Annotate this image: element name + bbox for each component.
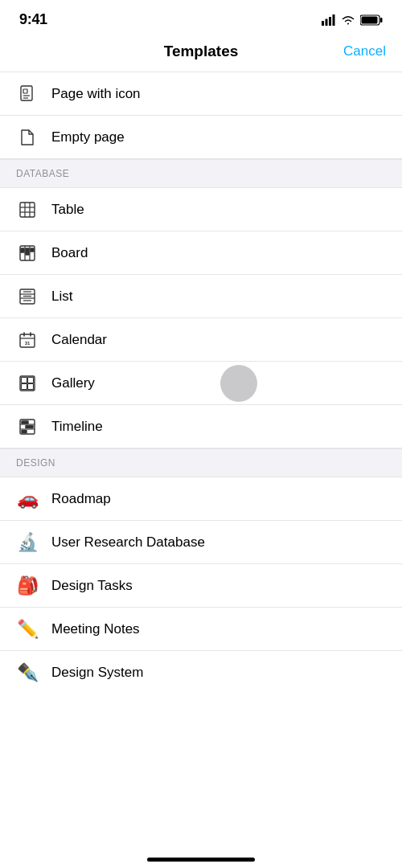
status-time: 9:41: [19, 11, 47, 28]
item-label: Gallery: [51, 375, 95, 391]
item-label: User Research Database: [51, 534, 205, 551]
item-label: Meeting Notes: [51, 621, 140, 637]
item-label: Table: [51, 202, 84, 218]
wifi-icon: [341, 14, 355, 26]
design-section-header: DESIGN: [0, 448, 402, 477]
section-label: DESIGN: [16, 457, 55, 469]
database-section-header: DATABASE: [0, 159, 402, 188]
list-item-design-system[interactable]: ✒️ Design System: [0, 651, 402, 694]
item-label: Timeline: [51, 419, 103, 435]
home-indicator: [147, 858, 255, 862]
page-title: Templates: [64, 43, 338, 60]
list-item-page-with-icon[interactable]: Page with icon: [0, 72, 402, 116]
svg-rect-1: [326, 18, 328, 26]
touch-ripple: [220, 365, 257, 402]
list-item-board[interactable]: Board: [0, 231, 402, 275]
svg-rect-6: [362, 16, 378, 23]
list-item-roadmap[interactable]: 🚗 Roadmap: [0, 477, 402, 521]
battery-icon: [360, 14, 383, 26]
svg-rect-36: [22, 383, 27, 389]
table-icon: [16, 199, 39, 221]
empty-page-icon: [16, 126, 39, 149]
list-item-meeting-notes[interactable]: ✏️ Meeting Notes: [0, 608, 402, 651]
list-item-empty-page[interactable]: Empty page: [0, 116, 402, 159]
item-label: Design System: [51, 665, 143, 681]
roadmap-emoji-icon: 🚗: [16, 488, 39, 510]
svg-rect-19: [21, 248, 24, 252]
svg-rect-11: [20, 203, 35, 217]
page-icon: [16, 83, 39, 105]
svg-rect-21: [31, 248, 34, 252]
list-item-gallery[interactable]: Gallery: [0, 362, 402, 405]
svg-text:31: 31: [25, 341, 31, 346]
signal-icon: [322, 14, 336, 26]
item-label: Board: [51, 245, 88, 261]
svg-rect-37: [28, 383, 34, 389]
board-icon: [16, 242, 39, 264]
svg-rect-0: [322, 21, 324, 26]
svg-rect-20: [26, 248, 29, 255]
gallery-icon: [16, 372, 39, 395]
user-research-emoji-icon: 🔬: [16, 531, 39, 554]
svg-rect-41: [22, 421, 28, 424]
item-label: Page with icon: [51, 86, 141, 102]
list-item-timeline[interactable]: Timeline: [0, 405, 402, 448]
list-item-user-research[interactable]: 🔬 User Research Database: [0, 521, 402, 564]
item-label: Roadmap: [51, 491, 111, 507]
svg-rect-42: [26, 425, 33, 428]
item-label: List: [51, 289, 72, 305]
status-icons: [322, 14, 383, 26]
section-label: DATABASE: [16, 168, 69, 179]
item-label: Empty page: [51, 129, 125, 145]
svg-rect-43: [22, 430, 27, 432]
svg-rect-35: [28, 377, 34, 383]
design-system-emoji-icon: ✒️: [16, 661, 39, 684]
calendar-icon: 31: [16, 329, 39, 351]
item-label: Design Tasks: [51, 578, 133, 594]
list-icon: [16, 285, 39, 308]
list-item-design-tasks[interactable]: 🎒 Design Tasks: [0, 564, 402, 608]
svg-rect-3: [333, 14, 335, 26]
svg-rect-34: [22, 377, 27, 383]
meeting-notes-emoji-icon: ✏️: [16, 618, 39, 641]
list-item-list[interactable]: List: [0, 275, 402, 318]
cancel-button[interactable]: Cancel: [338, 43, 386, 59]
item-label: Calendar: [51, 332, 107, 348]
list-item-table[interactable]: Table: [0, 188, 402, 231]
svg-rect-8: [23, 89, 27, 93]
list-item-calendar[interactable]: 31 Calendar: [0, 318, 402, 362]
svg-rect-5: [380, 18, 383, 23]
status-bar: 9:41: [0, 0, 402, 35]
nav-bar: Templates Cancel: [0, 35, 402, 72]
svg-rect-2: [329, 17, 331, 26]
timeline-icon: [16, 416, 39, 438]
design-tasks-emoji-icon: 🎒: [16, 575, 39, 597]
